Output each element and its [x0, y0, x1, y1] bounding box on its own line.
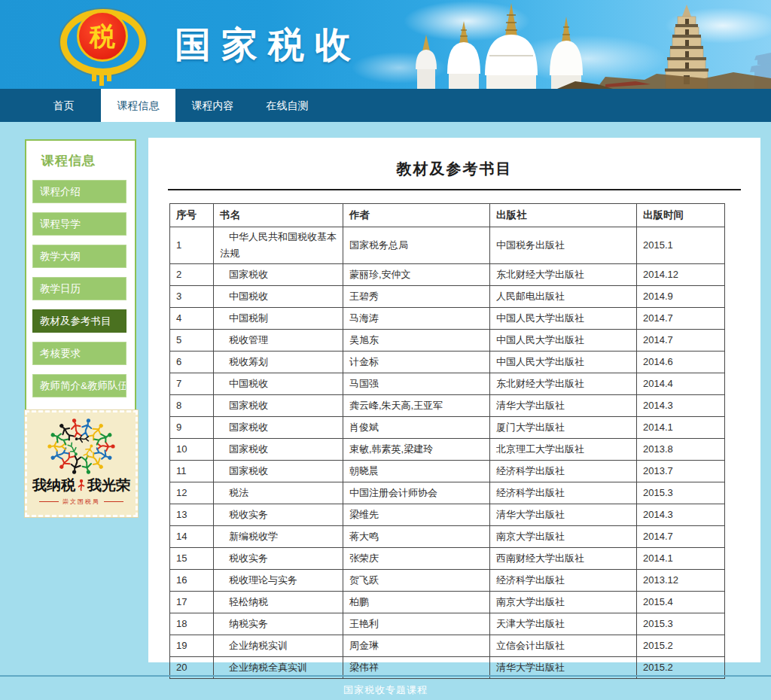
cell-publisher: 南京大学出版社 [490, 592, 637, 613]
cell-author: 柏鹏 [343, 592, 490, 613]
page-title: 教材及参考书目 [148, 159, 760, 179]
sidebar-item-1[interactable]: 课程介绍 [32, 180, 126, 203]
cell-author: 马国强 [343, 373, 490, 395]
cell-title: 国家税收 [214, 439, 343, 461]
slogan-divider-figure [78, 479, 85, 492]
cell-date: 2014.3 [637, 395, 725, 417]
cell-date: 2015.3 [637, 482, 725, 504]
table-row: 17轻松纳税柏鹏南京大学出版社2015.4 [170, 592, 725, 613]
cell-date: 2015.4 [637, 592, 725, 613]
cell-title: 税收理论与实务 [214, 570, 343, 592]
cell-title: 国家税收 [214, 264, 343, 286]
page-footer: 国家税收专题课程 [0, 675, 771, 700]
cell-title: 企业纳税实训 [214, 635, 343, 657]
column-header: 书名 [214, 204, 343, 227]
column-header: 序号 [170, 204, 214, 227]
cell-serial: 5 [170, 330, 214, 352]
cell-date: 2013.7 [637, 461, 725, 482]
cell-date: 2014.9 [637, 286, 725, 308]
site-title: 国家税收 [175, 21, 361, 69]
sidebar-heading: 课程信息 [26, 141, 135, 171]
cell-publisher: 经济科学出版社 [490, 461, 637, 482]
cell-title: 中华人民共和国税收基本法规 [214, 227, 343, 264]
cell-publisher: 南京大学出版社 [490, 526, 637, 548]
emblem-tax-character: 税 [90, 23, 115, 49]
table-row: 4中国税制马海涛中国人民大学出版社2014.7 [170, 308, 725, 330]
cell-serial: 7 [170, 373, 214, 395]
cell-author: 王艳利 [343, 613, 490, 635]
cell-date: 2013.8 [637, 439, 725, 461]
cell-publisher: 东北财经大学出版社 [490, 264, 637, 286]
cell-date: 2015.1 [637, 227, 725, 264]
cell-publisher: 经济科学出版社 [490, 570, 637, 592]
table-row: 18纳税实务王艳利天津大学出版社2015.3 [170, 613, 725, 635]
cell-publisher: 中国人民大学出版社 [490, 352, 637, 373]
cell-serial: 9 [170, 417, 214, 439]
cell-publisher: 天津大学出版社 [490, 613, 637, 635]
cell-author: 吴旭东 [343, 330, 490, 352]
poster-subtitle: 崇文国税局 [39, 498, 123, 506]
cell-author: 龚云峰,朱天高,王亚军 [343, 395, 490, 417]
cell-author: 肖俊斌 [343, 417, 490, 439]
cell-date: 2014.7 [637, 330, 725, 352]
sidebar-item-7[interactable]: 教师简介&教师队伍 [32, 374, 126, 397]
table-row: 8国家税收龚云峰,朱天高,王亚军清华大学出版社2014.3 [170, 395, 725, 417]
table-row: 6税收筹划计金标中国人民大学出版社2014.6 [170, 352, 725, 373]
cell-title: 轻松纳税 [214, 592, 343, 613]
cell-title: 新编税收学 [214, 526, 343, 548]
books-table: 序号书名作者出版社出版时间 1中华人民共和国税收基本法规国家税务总局中国税务出版… [169, 203, 725, 679]
cell-publisher: 中国人民大学出版社 [490, 308, 637, 330]
cell-author: 束敏,韩素英,梁建玲 [343, 439, 490, 461]
cell-serial: 16 [170, 570, 214, 592]
cell-title: 中国税制 [214, 308, 343, 330]
nav-tab-2[interactable]: 课程信息 [101, 89, 175, 122]
cell-author: 朝晓晨 [343, 461, 490, 482]
sidebar-item-6[interactable]: 考核要求 [32, 342, 126, 365]
nav-tab-4[interactable]: 在线自测 [250, 89, 325, 122]
cell-title: 税收实务 [214, 548, 343, 570]
cell-date: 2014.3 [637, 504, 725, 526]
cell-serial: 14 [170, 526, 214, 548]
cell-title: 国家税收 [214, 395, 343, 417]
cell-publisher: 清华大学出版社 [490, 395, 637, 417]
cell-author: 周金琳 [343, 635, 490, 657]
table-row: 15税收实务张荣庆西南财经大学出版社2014.1 [170, 548, 725, 570]
cell-publisher: 中国人民大学出版社 [490, 330, 637, 352]
table-row: 14新编税收学蒋大鸣南京大学出版社2014.7 [170, 526, 725, 548]
poster-slogan: 我纳税 我光荣 [32, 476, 130, 495]
nav-tab-3[interactable]: 课程内容 [175, 89, 250, 122]
cell-author: 贺飞跃 [343, 570, 490, 592]
nav-tab-1[interactable]: 首页 [26, 89, 101, 122]
column-header: 出版社 [490, 204, 637, 227]
cell-serial: 11 [170, 461, 214, 482]
table-row: 10国家税收束敏,韩素英,梁建玲北京理工大学出版社2013.8 [170, 439, 725, 461]
cell-date: 2014.1 [637, 548, 725, 570]
cell-serial: 19 [170, 635, 214, 657]
table-row: 9国家税收肖俊斌厦门大学出版社2014.1 [170, 417, 725, 439]
table-row: 2国家税收蒙丽珍,安仲文东北财经大学出版社2014.12 [170, 264, 725, 286]
cell-serial: 12 [170, 482, 214, 504]
table-row: 19企业纳税实训周金琳立信会计出版社2015.2 [170, 635, 725, 657]
sidebar-item-5[interactable]: 教材及参考书目 [32, 309, 126, 333]
sidebar-item-4[interactable]: 教学日历 [32, 277, 126, 300]
table-row: 13税收实务梁维先清华大学出版社2014.3 [170, 504, 725, 526]
cell-author: 计金标 [343, 352, 490, 373]
cell-title: 国家税收 [214, 417, 343, 439]
cell-publisher: 清华大学出版社 [490, 504, 637, 526]
cell-publisher: 中国税务出版社 [490, 227, 637, 264]
cell-date: 2015.3 [637, 613, 725, 635]
header-banner: 税 国家税收 [0, 0, 771, 89]
sidebar-item-2[interactable]: 课程导学 [32, 212, 126, 236]
cell-author: 张荣庆 [343, 548, 490, 570]
pagoda-image [379, 0, 771, 89]
sidebar-item-3[interactable]: 教学大纲 [32, 245, 126, 268]
tax-emblem-logo: 税 [59, 6, 149, 86]
cell-serial: 1 [170, 227, 214, 264]
table-row: 7中国税收马国强东北财经大学出版社2014.4 [170, 373, 725, 395]
table-row: 16税收理论与实务贺飞跃经济科学出版社2013.12 [170, 570, 725, 592]
table-row: 11国家税收朝晓晨经济科学出版社2013.7 [170, 461, 725, 482]
emblem-red-circle: 税 [77, 11, 128, 62]
cell-publisher: 东北财经大学出版社 [490, 373, 637, 395]
table-row: 5税收管理吴旭东中国人民大学出版社2014.7 [170, 330, 725, 352]
cell-author: 蒙丽珍,安仲文 [343, 264, 490, 286]
